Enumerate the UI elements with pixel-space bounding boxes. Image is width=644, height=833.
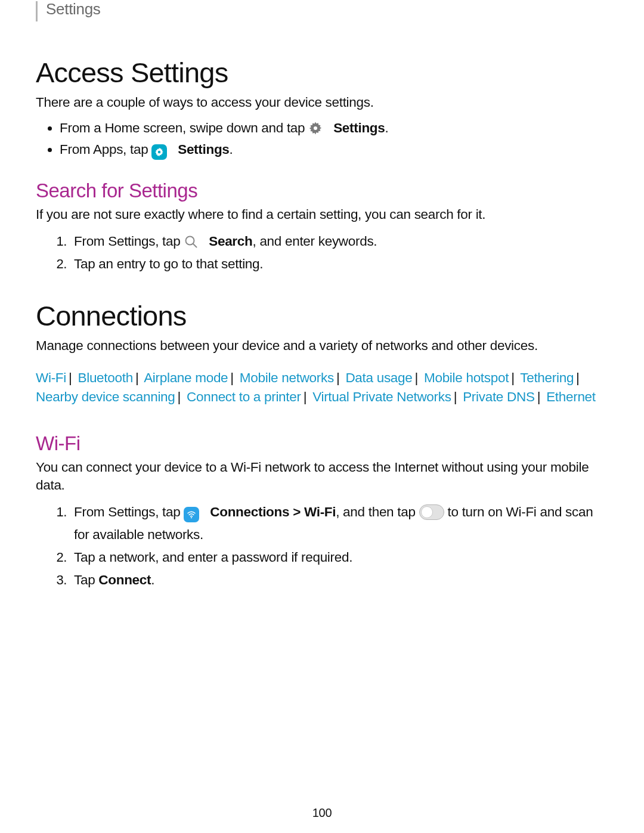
link-data-usage[interactable]: Data usage xyxy=(345,370,412,385)
text: . xyxy=(385,120,388,135)
text-bold: Search xyxy=(209,234,252,249)
text: . xyxy=(151,572,154,587)
svg-line-4 xyxy=(193,244,197,247)
link-vpn[interactable]: Virtual Private Networks xyxy=(312,389,451,404)
text-bold: > xyxy=(289,504,304,519)
access-settings-list: From a Home screen, swipe down and tap S… xyxy=(36,117,608,160)
text: From Settings, tap xyxy=(74,234,184,249)
link-bluetooth[interactable]: Bluetooth xyxy=(78,370,132,385)
connections-title: Connections xyxy=(36,299,608,332)
connections-intro: Manage connections between your device a… xyxy=(36,337,608,355)
settings-app-icon xyxy=(151,144,167,160)
text: From Settings, tap xyxy=(74,504,184,519)
list-item: From Apps, tap Settings. xyxy=(60,139,608,160)
gear-icon xyxy=(308,120,323,135)
list-item: Tap an entry to go to that setting. xyxy=(70,253,608,275)
link-private-dns[interactable]: Private DNS xyxy=(463,389,534,404)
text-bold: Wi-Fi xyxy=(304,504,336,519)
list-item: From Settings, tap Connections > Wi-Fi, … xyxy=(70,501,608,547)
link-connect-to-printer[interactable]: Connect to a printer xyxy=(187,389,301,404)
list-item: From Settings, tap Search, and enter key… xyxy=(70,230,608,253)
access-settings-intro: There are a couple of ways to access you… xyxy=(36,94,608,112)
text: Tap xyxy=(74,572,98,587)
text: , and enter keywords. xyxy=(252,234,377,249)
text-bold: Settings xyxy=(333,120,385,135)
search-settings-intro: If you are not sure exactly where to fin… xyxy=(36,206,608,224)
wifi-intro: You can connect your device to a Wi-Fi n… xyxy=(36,459,608,495)
access-settings-title: Access Settings xyxy=(36,56,608,89)
text: . xyxy=(230,142,233,157)
breadcrumb: Settings xyxy=(36,0,608,24)
wifi-title: Wi-Fi xyxy=(36,432,608,455)
connections-icon xyxy=(184,507,199,522)
svg-point-1 xyxy=(314,126,317,130)
list-item: From a Home screen, swipe down and tap S… xyxy=(60,117,608,139)
page-number: 100 xyxy=(0,806,644,820)
link-airplane-mode[interactable]: Airplane mode xyxy=(144,370,228,385)
link-nearby-device-scanning[interactable]: Nearby device scanning xyxy=(36,389,175,404)
breadcrumb-label: Settings xyxy=(46,0,101,18)
svg-point-2 xyxy=(158,151,161,154)
svg-point-5 xyxy=(191,517,192,518)
link-wifi[interactable]: Wi-Fi xyxy=(36,370,66,385)
text: From Apps, tap xyxy=(60,142,151,157)
wifi-steps: From Settings, tap Connections > Wi-Fi, … xyxy=(36,501,608,592)
search-settings-steps: From Settings, tap Search, and enter key… xyxy=(36,230,608,276)
text-bold: Connect xyxy=(98,572,151,587)
link-mobile-networks[interactable]: Mobile networks xyxy=(240,370,334,385)
search-icon xyxy=(184,233,198,247)
link-mobile-hotspot[interactable]: Mobile hotspot xyxy=(424,370,509,385)
toggle-off-icon xyxy=(419,504,444,520)
connections-links: Wi-Fi| Bluetooth| Airplane mode| Mobile … xyxy=(36,368,608,407)
text: , and then tap xyxy=(336,504,419,519)
search-settings-title: Search for Settings xyxy=(36,179,608,202)
breadcrumb-rule xyxy=(36,1,38,21)
page-container: Settings Access Settings There are a cou… xyxy=(0,0,644,833)
list-item: Tap Connect. xyxy=(70,569,608,592)
text-bold: Settings xyxy=(178,142,229,157)
text: From a Home screen, swipe down and tap xyxy=(60,120,308,135)
link-tethering[interactable]: Tethering xyxy=(520,370,574,385)
link-ethernet[interactable]: Ethernet xyxy=(546,389,596,404)
text-bold: Connections xyxy=(210,504,289,519)
list-item: Tap a network, and enter a password if r… xyxy=(70,546,608,569)
